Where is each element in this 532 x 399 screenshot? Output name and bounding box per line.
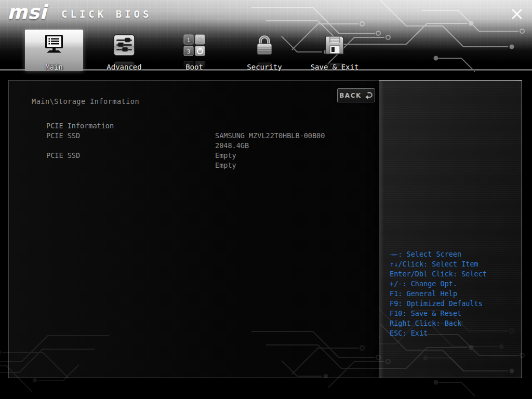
breadcrumb: Main\Storage Information xyxy=(32,97,139,107)
tab-save-exit[interactable]: Save & Exit xyxy=(305,30,364,71)
row-label: PCIE SSD xyxy=(46,131,215,151)
help-line: ESC: Exit xyxy=(390,328,487,338)
security-lock-icon xyxy=(253,32,276,58)
svg-text:1: 1 xyxy=(187,37,191,44)
help-line: Right Click: Back xyxy=(390,318,487,328)
brand-title: CLICK BIOS xyxy=(61,8,152,20)
main-monitor-icon xyxy=(42,32,66,58)
help-sidebar: →←: Select Screen ↑↓/Click: Select Item … xyxy=(379,81,522,378)
main-panel: Main\Storage Information BACK PCIE Infor… xyxy=(8,80,522,378)
svg-text:2: 2 xyxy=(198,37,202,44)
section-title: PCIE Information xyxy=(46,121,325,131)
row-values: Empty Empty xyxy=(215,151,236,170)
back-button-label: BACK xyxy=(339,92,362,99)
tab-label: Main xyxy=(45,63,63,71)
boot-order-icon: 1 2 3 xyxy=(183,32,205,58)
tab-security[interactable]: Security xyxy=(235,30,294,71)
help-panel: →←: Select Screen ↑↓/Click: Select Item … xyxy=(390,249,487,338)
svg-text:3: 3 xyxy=(187,48,191,55)
save-exit-floppy-icon xyxy=(324,32,345,58)
tab-label: Security xyxy=(247,63,282,71)
bios-screen: msi CLICK BIOS xyxy=(0,0,532,399)
tab-boot[interactable]: 1 2 3 Boot xyxy=(165,30,223,71)
close-button[interactable] xyxy=(508,5,526,23)
help-line: Enter/Dbl Click: Select xyxy=(390,269,487,279)
help-line: F10: Save & Reset xyxy=(390,309,487,318)
help-line: →←: Select Screen xyxy=(390,249,487,259)
tab-advanced[interactable]: Advanced xyxy=(95,30,153,71)
back-return-arrow-icon xyxy=(365,91,373,99)
row-value: Empty xyxy=(215,161,236,170)
row-value: 2048.4GB xyxy=(215,141,325,151)
tab-label: Save & Exit xyxy=(311,63,359,71)
table-row-pcie-ssd-2[interactable]: PCIE SSD Empty Empty xyxy=(46,151,325,170)
close-icon xyxy=(511,8,523,20)
help-line: ↑↓/Click: Select Item xyxy=(390,259,487,269)
row-value: Empty xyxy=(215,151,236,161)
tab-main[interactable]: Main xyxy=(25,30,83,71)
row-values: SAMSUNG MZVL22T0HBLB-00B00 2048.4GB xyxy=(215,131,325,151)
tab-label: Boot xyxy=(185,63,203,71)
help-line: F9: Optimized Defaults xyxy=(390,299,487,309)
help-line: +/-: Change Opt. xyxy=(390,279,487,289)
tab-bar: Main xyxy=(25,30,364,71)
table-row-pcie-ssd-1[interactable]: PCIE SSD SAMSUNG MZVL22T0HBLB-00B00 2048… xyxy=(46,131,325,151)
row-label: PCIE SSD xyxy=(46,151,215,170)
tab-label: Advanced xyxy=(107,63,141,71)
header-bar: msi CLICK BIOS xyxy=(0,0,532,71)
back-button[interactable]: BACK xyxy=(337,88,375,102)
storage-info-table: PCIE Information PCIE SSD SAMSUNG MZVL22… xyxy=(46,121,325,170)
row-value: SAMSUNG MZVL22T0HBLB-00B00 xyxy=(215,131,325,141)
advanced-sliders-icon xyxy=(113,32,136,58)
msi-logo: msi xyxy=(7,1,47,23)
help-line: F1: General Help xyxy=(390,289,487,299)
